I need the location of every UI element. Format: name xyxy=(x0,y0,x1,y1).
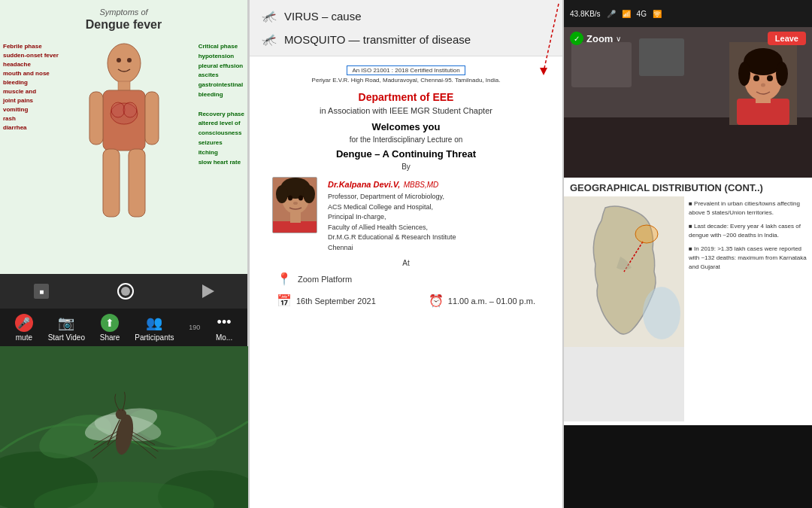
svg-point-38 xyxy=(293,202,298,205)
svg-rect-39 xyxy=(273,221,317,233)
speaker-info: Dr.Kalpana Devi.V, MBBS,MD Professor, De… xyxy=(328,177,540,253)
left-panel: Symptoms of Symptoms of Dengue fever Den… xyxy=(0,0,248,508)
by-text: By xyxy=(265,163,547,171)
svg-rect-6 xyxy=(129,149,145,217)
svg-rect-45 xyxy=(639,38,684,76)
speaker-title: Professor, Department of Microbiology, A… xyxy=(328,192,540,253)
dept-name: Department of EEE xyxy=(265,91,547,103)
symptom-muscle: muscle and xyxy=(3,87,59,96)
mosquito-bg xyxy=(0,346,248,508)
symptom-left: Febrile phase sudden-onset fever headach… xyxy=(3,42,59,132)
svg-point-9 xyxy=(123,102,137,117)
record-circle-btn[interactable] xyxy=(117,283,134,300)
zoom-record-bar: ■ xyxy=(0,274,248,309)
speed-display: 43.8KB/s xyxy=(570,10,601,18)
mute-icon: 🎤 xyxy=(15,314,33,332)
virus-section: 🦟 VIRUS – cause 🦟 MOSQUITO — transmitter… xyxy=(250,0,562,56)
venue-section: 📍 Zoom Platform xyxy=(265,267,547,291)
center-panel: 🦟 VIRUS – cause 🦟 MOSQUITO — transmitter… xyxy=(248,0,564,508)
wifi-icon: 🛜 xyxy=(653,10,662,18)
speaker-title-6: Chennai xyxy=(328,243,540,254)
start-video-button[interactable]: 📷 Start Video xyxy=(48,314,85,342)
share-button[interactable]: ⬆ Share xyxy=(100,314,120,342)
zoom-top-left: 43.8KB/s 🎤 📶 4G 🛜 xyxy=(570,10,662,18)
speaker-cred: MBBS,MD xyxy=(404,181,439,189)
india-map-svg xyxy=(564,196,684,347)
svg-point-36 xyxy=(288,196,292,201)
participants-label: Participants xyxy=(135,333,174,342)
svg-point-59 xyxy=(643,287,680,339)
zoom-text-label: Zoom xyxy=(586,33,613,44)
participants-icon: 👥 xyxy=(145,314,163,332)
play-btn[interactable] xyxy=(202,284,214,298)
svg-rect-43 xyxy=(564,117,812,178)
svg-point-53 xyxy=(753,75,759,81)
symptom-mouth-nose: mouth and nose xyxy=(3,69,59,78)
mosquito-section xyxy=(0,346,248,508)
symptom-ascites: ascites xyxy=(198,71,244,81)
assoc-text: in Association with IEEE MGR Student Cha… xyxy=(265,106,547,115)
record-circle-inner xyxy=(121,287,130,296)
geo-bullet-1: Prevalent in urban cities/towns affectin… xyxy=(689,199,807,217)
geo-bullet-2: Last decade: Every year 4 lakh cases of … xyxy=(689,222,807,240)
speaker-title-5: Dr.M.G.R Educational & Research Institut… xyxy=(328,233,540,243)
for-text: for the Interdisciplinary Lecture on xyxy=(265,135,547,144)
symptom-heart-rate: slow heart rate xyxy=(198,158,244,168)
mute-button[interactable]: 🎤 mute xyxy=(15,314,33,342)
iso-badge: An ISO 21001 : 2018 Certified Institutio… xyxy=(347,65,465,75)
svg-point-37 xyxy=(298,196,303,201)
symptom-sudden-onset: sudden-onset fever xyxy=(3,51,59,60)
participants-button[interactable]: 👥 Participants xyxy=(135,314,174,342)
venue-text: Zoom Platform xyxy=(298,275,352,284)
mosquito-row: 🦟 MOSQUITO — transmitter of disease xyxy=(262,26,550,50)
symptom-gi-bleeding2: bleeding xyxy=(198,90,244,100)
more-button[interactable]: ••• Mo... xyxy=(215,314,233,342)
welcomes-text: Welcomes you xyxy=(265,121,547,132)
recovery-phase-label: Recovery phase xyxy=(198,110,244,120)
svg-point-35 xyxy=(303,185,315,203)
symptom-bleeding: bleeding xyxy=(3,78,59,87)
speaker-photo-inner xyxy=(273,178,317,233)
zoom-chevron-icon: ∨ xyxy=(616,35,621,43)
symptom-rash: rash xyxy=(3,114,59,123)
speaker-name: Dr.Kalpana Devi.V, xyxy=(328,180,400,189)
svg-point-34 xyxy=(276,185,288,203)
febrile-phase-label: Febrile phase xyxy=(3,42,59,51)
svg-point-11 xyxy=(127,58,132,62)
leave-button[interactable]: Leave xyxy=(768,32,806,45)
calendar-icon: 📅 xyxy=(277,294,292,308)
symptom-joint-pains: joint pains xyxy=(3,96,59,105)
geo-bullet-3: In 2019: >1.35 lakh cases were reported … xyxy=(689,245,807,272)
mute-label: mute xyxy=(16,333,32,342)
svg-point-21 xyxy=(116,409,126,419)
person-face-svg xyxy=(729,42,797,125)
main-container: Symptoms of Symptoms of Dengue fever Den… xyxy=(0,0,812,508)
symptom-gi-bleeding: gastrointestinal xyxy=(198,81,244,90)
speaker-title-1: Professor, Department of Microbiology, xyxy=(328,192,540,202)
participants-count-area: 190 xyxy=(189,324,200,331)
video-feed-inner: ✓ Zoom ∨ Leave xyxy=(564,27,812,178)
zoom-logo-area: ✓ Zoom ∨ xyxy=(570,32,621,45)
speaker-photo xyxy=(272,177,317,233)
symptom-hypotension: hypotension xyxy=(198,52,244,62)
more-icon: ••• xyxy=(215,314,233,332)
video-feed: ✓ Zoom ∨ Leave xyxy=(564,27,812,178)
virus-icon: 🦟 xyxy=(262,9,277,23)
more-label: Mo... xyxy=(216,333,232,342)
share-label: Share xyxy=(100,333,120,342)
svg-point-51 xyxy=(738,62,750,86)
zoom-shield-icon: ✓ xyxy=(570,32,583,45)
stop-btn[interactable]: ■ xyxy=(34,284,49,299)
date-block: 📅 16th September 2021 xyxy=(277,294,376,308)
speaker-section: Dr.Kalpana Devi.V, MBBS,MD Professor, De… xyxy=(265,177,547,253)
geo-dist-title: GEOGRAPHICAL DISTRIBUTION (CONT..) xyxy=(564,178,812,196)
time-text: 11.00 a.m. – 01.00 p.m. xyxy=(448,297,535,306)
svg-rect-5 xyxy=(103,149,120,217)
svg-point-55 xyxy=(761,84,765,87)
svg-point-10 xyxy=(117,58,121,62)
mosquito-svg xyxy=(0,346,248,508)
svg-rect-40 xyxy=(290,212,301,223)
critical-phase-label: Critical phase xyxy=(198,42,244,52)
symptom-seizures: seizures xyxy=(198,138,244,148)
date-text: 16th September 2021 xyxy=(296,297,376,306)
